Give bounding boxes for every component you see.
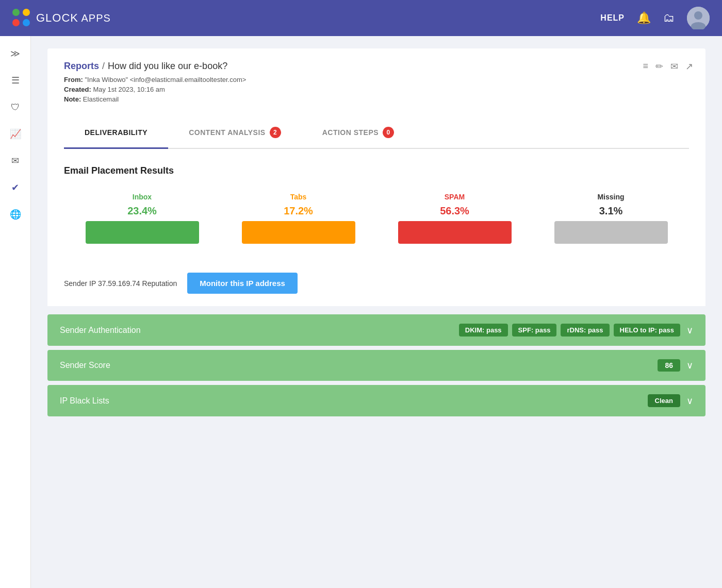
tabs: DELIVERABILITY CONTENT ANALYSIS 2 ACTION… — [64, 117, 689, 149]
reports-link[interactable]: Reports — [64, 61, 99, 72]
sidebar: ≫ ☰ 🛡 📈 ✉ ✔ 🌐 — [0, 36, 31, 588]
blacklist-chevron-icon: ∨ — [686, 395, 693, 407]
sidebar-item-analytics[interactable]: 📈 — [4, 123, 27, 145]
sidebar-item-inbox[interactable]: ☰ — [4, 69, 27, 92]
help-link[interactable]: HELP — [600, 13, 625, 23]
spf-badge: SPF: pass — [512, 324, 557, 337]
tabs-pct: 17.2% — [284, 205, 313, 217]
page-actions: ≡ ✏ ✉ ↗ — [643, 61, 693, 72]
blacklist-badge-area: Clean — [648, 394, 680, 407]
inbox-pct: 23.4% — [127, 205, 157, 217]
spam-pct: 56.3% — [440, 205, 469, 217]
sidebar-item-check[interactable]: ✔ — [4, 176, 27, 199]
dkim-badge: DKIM: pass — [459, 324, 508, 337]
sender-score-section[interactable]: Sender Score 86 ∨ — [47, 350, 705, 381]
blacklist-section[interactable]: IP Black Lists Clean ∨ — [47, 385, 705, 416]
dot-blue — [23, 19, 30, 26]
share-icon[interactable]: ↗ — [685, 61, 693, 72]
auth-chevron-icon: ∨ — [686, 325, 693, 336]
missing-label: Missing — [597, 193, 624, 201]
bar-tabs: Tabs 17.2% — [242, 193, 355, 244]
user-avatar[interactable] — [687, 7, 710, 29]
action-steps-badge: 0 — [383, 127, 394, 138]
missing-bar — [554, 221, 668, 244]
notifications-icon[interactable]: 🔔 — [637, 11, 651, 25]
clean-badge: Clean — [648, 394, 680, 407]
score-chevron-icon: ∨ — [686, 360, 693, 371]
nav-right: HELP 🔔 🗂 — [600, 7, 710, 29]
placement-title: Email Placement Results — [64, 165, 689, 176]
auth-title: Sender Authentication — [60, 326, 459, 335]
breadcrumb-current: How did you like our e-book? — [108, 61, 227, 72]
score-title: Sender Score — [60, 361, 658, 370]
dot-green — [12, 9, 20, 16]
ip-text: Sender IP 37.59.169.74 Reputation — [64, 279, 177, 288]
missing-pct: 3.1% — [599, 205, 623, 217]
svg-point-1 — [694, 11, 702, 20]
bar-chart: Inbox 23.4% Tabs 17.2% SPAM 56.3% — [64, 193, 689, 244]
sidebar-item-globe[interactable]: 🌐 — [4, 203, 27, 226]
ip-reputation-section: Sender IP 37.59.169.74 Reputation Monito… — [47, 260, 705, 306]
logo-dots — [12, 9, 31, 27]
score-badge-area: 86 — [658, 359, 680, 372]
tabs-bar — [242, 221, 355, 244]
logo-text: GLOCK APPS — [36, 11, 111, 25]
from-row: From: "Inka Wibowo" <info@elasticmail.em… — [64, 76, 689, 83]
blacklist-title: IP Black Lists — [60, 396, 648, 406]
inbox-bar — [86, 221, 199, 244]
bar-spam: SPAM 56.3% — [398, 193, 512, 244]
tab-action-steps[interactable]: ACTION STEPS 0 — [302, 117, 415, 149]
main-layout: ≫ ☰ 🛡 📈 ✉ ✔ 🌐 ≡ ✏ ✉ ↗ Reports / How did … — [0, 36, 722, 588]
sidebar-item-shield[interactable]: 🛡 — [4, 96, 27, 119]
top-navigation: GLOCK APPS HELP 🔔 🗂 — [0, 0, 722, 36]
created-row: Created: May 1st 2023, 10:16 am — [64, 86, 689, 93]
header-area: ≡ ✏ ✉ ↗ Reports / How did you like our e… — [47, 48, 705, 149]
dot-yellow — [23, 9, 30, 16]
dot-red — [12, 19, 20, 26]
sidebar-toggle[interactable]: ≫ — [4, 42, 27, 65]
tabs-label: Tabs — [290, 193, 307, 201]
edit-icon[interactable]: ✏ — [655, 61, 663, 72]
bar-inbox: Inbox 23.4% — [86, 193, 199, 244]
rdns-badge: rDNS: pass — [561, 324, 609, 337]
sidebar-item-email-check[interactable]: ✉ — [4, 149, 27, 172]
breadcrumb-separator: / — [102, 61, 105, 72]
note-row: Note: Elasticemail — [64, 95, 689, 107]
spam-bar — [398, 221, 512, 244]
spam-label: SPAM — [445, 193, 465, 201]
placement-card: Email Placement Results Inbox 23.4% Tabs… — [47, 149, 705, 260]
content-analysis-badge: 2 — [270, 127, 281, 138]
monitor-ip-button[interactable]: Monitor this IP address — [187, 273, 298, 294]
auth-badges: DKIM: pass SPF: pass rDNS: pass HELO to … — [459, 324, 680, 337]
logo[interactable]: GLOCK APPS — [12, 9, 111, 27]
tab-content-analysis[interactable]: CONTENT ANALYSIS 2 — [168, 117, 302, 149]
helo-badge: HELO to IP: pass — [614, 324, 680, 337]
breadcrumb: Reports / How did you like our e-book? — [64, 61, 689, 72]
inbox-label: Inbox — [133, 193, 152, 201]
bar-missing: Missing 3.1% — [554, 193, 668, 244]
sender-auth-section[interactable]: Sender Authentication DKIM: pass SPF: pa… — [47, 314, 705, 346]
email-icon[interactable]: ✉ — [670, 61, 678, 72]
score-value: 86 — [658, 359, 680, 372]
list-icon[interactable]: ≡ — [643, 61, 648, 72]
messages-icon[interactable]: 🗂 — [663, 11, 675, 25]
main-content: ≡ ✏ ✉ ↗ Reports / How did you like our e… — [31, 36, 722, 588]
tab-deliverability[interactable]: DELIVERABILITY — [64, 117, 168, 149]
